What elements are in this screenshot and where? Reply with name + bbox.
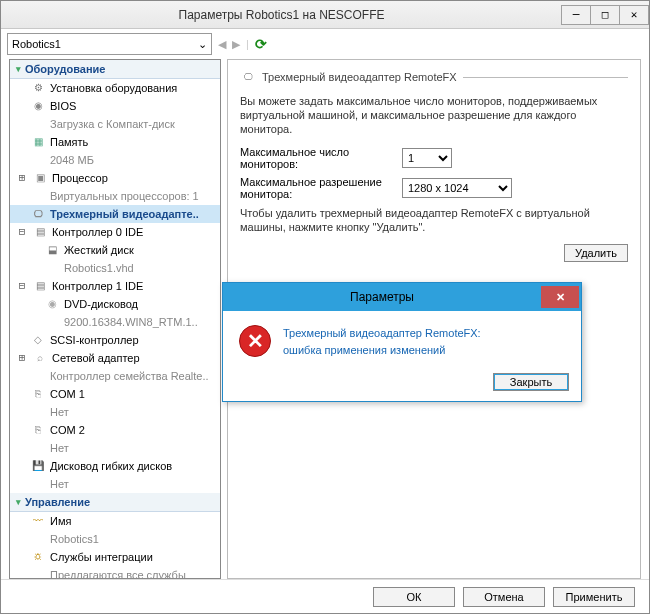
expander-icon[interactable]: ⊞ — [16, 171, 28, 185]
section-management[interactable]: ▾Управление — [10, 493, 220, 512]
forward-icon[interactable]: ▶ — [232, 38, 240, 51]
video-icon — [30, 207, 46, 221]
tree-integration-detail: Предлагаются все службы — [10, 566, 220, 579]
cpu-icon — [32, 171, 48, 185]
memory-icon — [30, 135, 46, 149]
error-close-button[interactable]: Закрыть — [493, 373, 569, 391]
tree-com1[interactable]: COM 1 — [10, 385, 220, 403]
tree-dvd[interactable]: DVD-дисковод — [10, 295, 220, 313]
tree-label: Службы интеграции — [50, 550, 153, 564]
tree-memory[interactable]: Память — [10, 133, 220, 151]
tree-hdd[interactable]: Жесткий диск — [10, 241, 220, 259]
panel-description: Вы можете задать максимальное число мони… — [240, 94, 628, 136]
tree-ide0[interactable]: ⊟Контроллер 0 IDE — [10, 223, 220, 241]
tree-floppy-detail: Нет — [10, 475, 220, 493]
cancel-button[interactable]: Отмена — [463, 587, 545, 607]
panel-header: Трехмерный видеоадаптер RemoteFX — [240, 70, 628, 84]
tree-label: Сетевой адаптер — [52, 351, 140, 365]
gear-icon — [30, 81, 46, 95]
title-bar: Параметры Robotics1 на NESCOFFE ─ □ ✕ — [1, 1, 649, 29]
panel-title: Трехмерный видеоадаптер RemoteFX — [262, 71, 457, 83]
tree-hdd-detail: Robotics1.vhd — [10, 259, 220, 277]
tree-video-adapter[interactable]: Трехмерный видеоадапте.. — [10, 205, 220, 223]
tree-sublabel: 9200.16384.WIN8_RTM.1.. — [64, 315, 198, 329]
divider: | — [246, 38, 249, 50]
section-label: Управление — [25, 496, 90, 508]
resolution-label: Максимальное разрешение монитора: — [240, 176, 390, 200]
tree-label: COM 1 — [50, 387, 85, 401]
tree-label: Трехмерный видеоадапте.. — [50, 207, 199, 221]
expander-icon[interactable]: ⊟ — [16, 225, 28, 239]
tree-com2-detail: Нет — [10, 439, 220, 457]
name-icon — [30, 514, 46, 528]
error-line1: Трехмерный видеоадаптер RemoteFX: — [283, 325, 481, 342]
tree-integration[interactable]: Службы интеграции — [10, 548, 220, 566]
tree-cpu-detail: Виртуальных процессоров: 1 — [10, 187, 220, 205]
error-dialog-close-button[interactable]: ✕ — [541, 286, 579, 308]
tree-network[interactable]: ⊞Сетевой адаптер — [10, 349, 220, 367]
tree-sublabel: Нет — [50, 441, 69, 455]
divider — [463, 77, 628, 78]
maximize-button[interactable]: □ — [590, 5, 620, 25]
tree-floppy[interactable]: Дисковод гибких дисков — [10, 457, 220, 475]
apply-button[interactable]: Применить — [553, 587, 635, 607]
resolution-select[interactable]: 1280 x 1024 — [402, 178, 512, 198]
tree-label: Процессор — [52, 171, 108, 185]
ok-button[interactable]: ОК — [373, 587, 455, 607]
network-icon — [32, 351, 48, 365]
tree-label: Жесткий диск — [64, 243, 134, 257]
video-icon — [240, 70, 256, 84]
tree-sublabel: Контроллер семейства Realte.. — [50, 369, 209, 383]
tree-bios[interactable]: BIOS — [10, 97, 220, 115]
ide-icon — [32, 225, 48, 239]
window-buttons: ─ □ ✕ — [562, 5, 649, 25]
tree-sublabel: 2048 МБ — [50, 153, 94, 167]
window-title: Параметры Robotics1 на NESCOFFE — [1, 8, 562, 22]
bios-icon — [30, 99, 46, 113]
section-hardware[interactable]: ▾Оборудование — [10, 60, 220, 79]
toolbar: Robotics1 ⌄ ◀ ▶ | ⟳ — [1, 29, 649, 59]
tree-scsi[interactable]: SCSI-контроллер — [10, 331, 220, 349]
tree-sublabel: Предлагаются все службы — [50, 568, 186, 579]
tree-label: Память — [50, 135, 88, 149]
tree-memory-detail: 2048 МБ — [10, 151, 220, 169]
hdd-icon — [44, 243, 60, 257]
tree-com2[interactable]: COM 2 — [10, 421, 220, 439]
tree-add-hardware[interactable]: Установка оборудования — [10, 79, 220, 97]
nav-controls: ◀ ▶ | ⟳ — [218, 36, 267, 52]
chevron-down-icon: ⌄ — [198, 38, 207, 51]
refresh-icon[interactable]: ⟳ — [255, 36, 267, 52]
tree-bios-detail: Загрузка с Компакт-диск — [10, 115, 220, 133]
tree-name-detail: Robotics1 — [10, 530, 220, 548]
floppy-icon — [30, 459, 46, 473]
error-dialog-titlebar: Параметры ✕ — [223, 283, 581, 311]
tree-network-detail: Контроллер семейства Realte.. — [10, 367, 220, 385]
expander-icon[interactable]: ⊟ — [16, 279, 28, 293]
tree-ide1[interactable]: ⊟Контроллер 1 IDE — [10, 277, 220, 295]
error-message: Трехмерный видеоадаптер RemoteFX: ошибка… — [283, 325, 481, 359]
tree-name[interactable]: Имя — [10, 512, 220, 530]
close-button[interactable]: ✕ — [619, 5, 649, 25]
monitor-count-select[interactable]: 1 — [402, 148, 452, 168]
scsi-icon — [30, 333, 46, 347]
tree-label: Контроллер 1 IDE — [52, 279, 143, 293]
vm-selector-value: Robotics1 — [12, 38, 61, 50]
tree-sublabel: Нет — [50, 405, 69, 419]
collapse-icon: ▾ — [16, 64, 21, 74]
dvd-icon — [44, 297, 60, 311]
error-dialog: Параметры ✕ ✕ Трехмерный видеоадаптер Re… — [222, 282, 582, 402]
back-icon[interactable]: ◀ — [218, 38, 226, 51]
tree-sublabel: Загрузка с Компакт-диск — [50, 117, 175, 131]
tree-label: SCSI-контроллер — [50, 333, 139, 347]
tree-label: Дисковод гибких дисков — [50, 459, 172, 473]
expander-icon[interactable]: ⊞ — [16, 351, 28, 365]
minimize-button[interactable]: ─ — [561, 5, 591, 25]
com-icon — [30, 387, 46, 401]
tree-cpu[interactable]: ⊞Процессор — [10, 169, 220, 187]
services-icon — [30, 550, 46, 564]
error-dialog-title: Параметры — [223, 290, 541, 304]
settings-tree[interactable]: ▾Оборудование Установка оборудования BIO… — [9, 59, 221, 579]
tree-label: Установка оборудования — [50, 81, 177, 95]
delete-button[interactable]: Удалить — [564, 244, 628, 262]
vm-selector[interactable]: Robotics1 ⌄ — [7, 33, 212, 55]
